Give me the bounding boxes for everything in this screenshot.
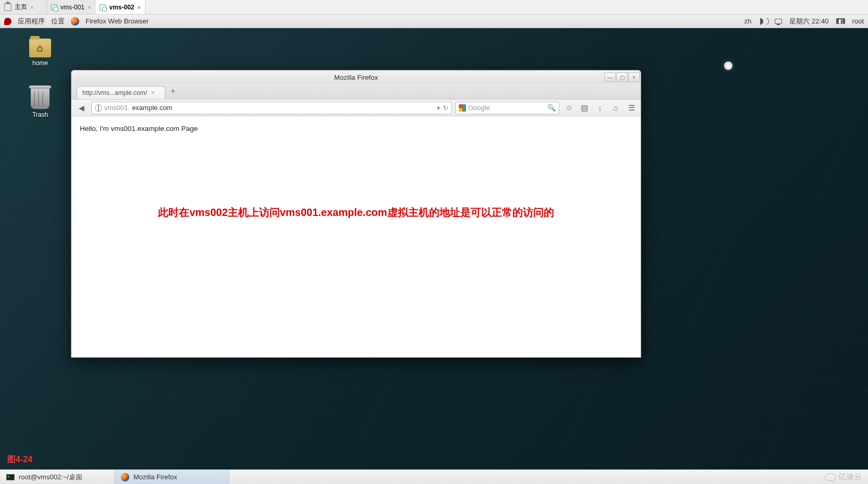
doc-tab-home[interactable]: 主页 × bbox=[0, 0, 47, 14]
firefox-icon bbox=[71, 17, 79, 26]
window-titlebar[interactable]: Mozilla Firefox — ▢ × bbox=[71, 70, 641, 84]
back-button[interactable]: ◀ bbox=[75, 102, 88, 114]
bookmarks-list-button[interactable]: ▤ bbox=[578, 103, 591, 113]
doc-tab-label: vms-001 bbox=[60, 4, 84, 11]
home-icon bbox=[4, 4, 11, 11]
fedora-hat-icon bbox=[4, 18, 11, 25]
taskbar-item-label: root@vms002:~/桌面 bbox=[19, 473, 82, 482]
annotation-text: 此时在vms002主机上访问vms001.example.com虚拟主机的地址是… bbox=[80, 205, 632, 220]
window-title: Mozilla Firefox bbox=[71, 74, 641, 81]
clock-label[interactable]: 星期六 22:40 bbox=[789, 17, 828, 26]
watermark-logo: 亿速云 bbox=[818, 472, 868, 482]
doc-tab-vms002[interactable]: vms-002 × bbox=[95, 0, 145, 14]
google-icon bbox=[459, 104, 466, 112]
doc-tab-label: vms-002 bbox=[109, 4, 134, 11]
downloads-button[interactable]: ↓ bbox=[594, 103, 606, 112]
search-placeholder: Google bbox=[468, 104, 490, 112]
url-host-dark: example.com bbox=[132, 104, 172, 112]
firefox-icon bbox=[121, 473, 129, 481]
volume-icon[interactable] bbox=[760, 18, 767, 25]
desktop-icon-label: home bbox=[22, 59, 58, 67]
url-input[interactable]: vms001.example.com ▾ ↻ bbox=[91, 102, 452, 114]
taskbar-item-label: Mozilla Firefox bbox=[133, 473, 177, 481]
bottom-taskbar: root@vms002:~/桌面 Mozilla Firefox 亿速云 bbox=[0, 469, 868, 484]
terminal-icon bbox=[6, 474, 15, 480]
user-badge-icon: ◧ bbox=[836, 18, 845, 24]
home-button[interactable]: ⌂ bbox=[609, 103, 622, 112]
page-body-text: Hello, I'm vms001.example.com Page bbox=[80, 125, 632, 132]
minimize-button[interactable]: — bbox=[604, 72, 616, 82]
maximize-button[interactable]: ▢ bbox=[616, 72, 628, 82]
display-icon[interactable] bbox=[775, 19, 782, 24]
home-folder-launcher[interactable]: home bbox=[22, 39, 58, 67]
doc-tab-label: 主页 bbox=[15, 3, 27, 11]
url-host-light: vms001. bbox=[104, 104, 130, 112]
watermark-text: 亿速云 bbox=[838, 472, 862, 482]
browser-tab-strip: http://vms...ample.com/ × + bbox=[71, 84, 641, 100]
folder-icon bbox=[29, 39, 51, 57]
slider-handle-icon bbox=[724, 62, 732, 70]
browser-toolbar: ◀ vms001.example.com ▾ ↻ Google 🔍 ☆ ▤ ↓ … bbox=[71, 100, 641, 116]
doc-tab-vms001[interactable]: vms-001 × bbox=[47, 0, 95, 14]
browser-tab[interactable]: http://vms...ample.com/ × bbox=[77, 86, 165, 99]
desktop-icon-label: Trash bbox=[22, 111, 58, 118]
user-menu[interactable]: root bbox=[852, 17, 864, 25]
active-app-title[interactable]: Firefox Web Browser bbox=[85, 17, 149, 25]
desktop-area[interactable]: home Trash Mozilla Firefox — ▢ × http://… bbox=[0, 28, 868, 469]
places-menu[interactable]: 位置 bbox=[51, 17, 65, 26]
close-button[interactable]: × bbox=[628, 72, 640, 82]
firefox-window: Mozilla Firefox — ▢ × http://vms...ample… bbox=[71, 70, 641, 358]
globe-icon bbox=[95, 104, 102, 112]
menu-button[interactable]: ☰ bbox=[625, 103, 638, 113]
close-icon[interactable]: × bbox=[30, 4, 33, 10]
close-icon[interactable]: × bbox=[151, 89, 155, 96]
vm-icon bbox=[51, 4, 57, 10]
trash-launcher[interactable]: Trash bbox=[22, 88, 58, 118]
history-dropdown[interactable]: ▾ bbox=[437, 104, 440, 112]
trash-icon bbox=[31, 88, 50, 109]
search-input[interactable]: Google 🔍 bbox=[455, 102, 559, 114]
input-method-indicator[interactable]: zh bbox=[744, 17, 752, 25]
cloud-icon bbox=[825, 474, 836, 481]
browser-tab-label: http://vms...ample.com/ bbox=[82, 89, 147, 96]
figure-caption: 图4-24 bbox=[7, 454, 32, 465]
vm-icon bbox=[100, 4, 106, 10]
taskbar-item-firefox[interactable]: Mozilla Firefox bbox=[115, 470, 229, 484]
applications-menu[interactable]: 应用程序 bbox=[18, 17, 45, 26]
bookmark-star-button[interactable]: ☆ bbox=[563, 103, 575, 113]
gnome-top-bar: 应用程序 位置 Firefox Web Browser zh 星期六 22:40… bbox=[0, 15, 868, 28]
search-icon[interactable]: 🔍 bbox=[547, 104, 556, 112]
close-icon[interactable]: × bbox=[138, 4, 141, 10]
document-tab-strip: 主页 × vms-001 × vms-002 × bbox=[0, 0, 868, 15]
taskbar-item-terminal[interactable]: root@vms002:~/桌面 bbox=[0, 470, 115, 484]
new-tab-button[interactable]: + bbox=[166, 83, 179, 99]
page-viewport: Hello, I'm vms001.example.com Page 此时在vm… bbox=[71, 116, 641, 357]
reload-button[interactable]: ↻ bbox=[443, 104, 448, 112]
close-icon[interactable]: × bbox=[88, 4, 91, 10]
